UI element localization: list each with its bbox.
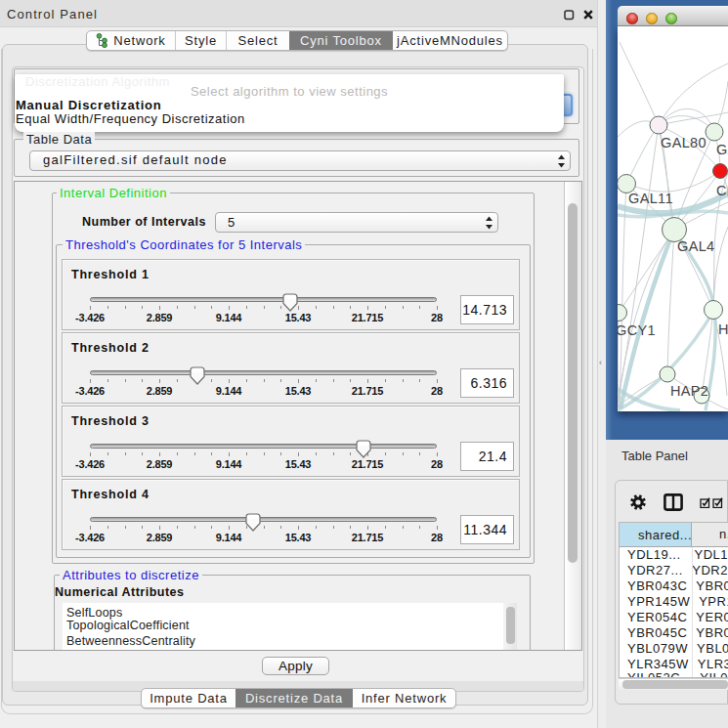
- svg-text:HAP2: HAP2: [670, 383, 708, 399]
- svg-text:GAL4: GAL4: [677, 238, 714, 254]
- svg-text:CR: CR: [716, 183, 728, 198]
- svg-text:HA: HA: [718, 321, 728, 337]
- svg-text:GA: GA: [716, 142, 728, 157]
- svg-text:GAL80: GAL80: [661, 135, 707, 150]
- svg-text:GCY1: GCY1: [618, 322, 656, 338]
- svg-text:GAL11: GAL11: [628, 191, 673, 206]
